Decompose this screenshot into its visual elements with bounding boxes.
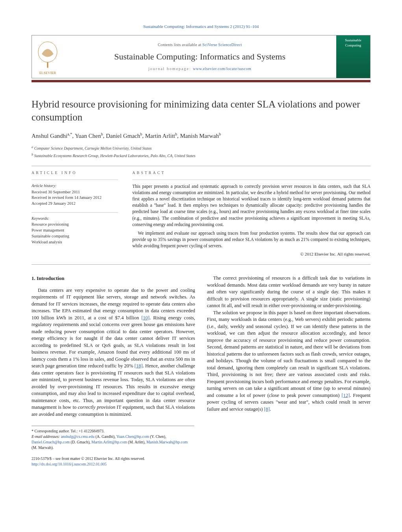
email-link[interactable]: Yuan.Chen@hp.com: [116, 434, 149, 439]
email-author: (Y. Chen),: [149, 434, 166, 439]
accent-bar: [31, 80, 371, 82]
journal-homepage: journal homepage: www.elsevier.com/locat…: [63, 66, 336, 72]
abstract-para-1: This paper presents a practical and syst…: [132, 183, 371, 228]
article-info-heading: ARTICLE INFO: [31, 170, 118, 176]
keyword: Resource provisioning: [31, 222, 118, 228]
keywords-label: Keywords:: [31, 216, 118, 222]
journal-name: Sustainable Computing: Informatics and S…: [63, 51, 336, 63]
article-body: 1. Introduction Data centers are very ex…: [31, 275, 371, 418]
history-line: Received in revised form 14 January 2012: [31, 195, 118, 201]
email-author: (M. Arlitt),: [127, 440, 146, 444]
author: Anshul Gandhia,*: [31, 133, 72, 139]
citation-link[interactable]: [18]: [134, 363, 143, 369]
article-title: Hybrid resource provisioning for minimiz…: [31, 98, 371, 124]
front-matter: 2210-5379/$ – see front matter © 2012 El…: [31, 456, 194, 467]
email-link[interactable]: Daniel.Gmach@hp.com: [31, 440, 70, 444]
email-author: (A. Gandhi),: [94, 434, 116, 439]
keyword: Workload analysis: [31, 239, 118, 245]
email-link[interactable]: anshulg@cs.cmu.edu: [61, 434, 94, 439]
footnotes: * Corresponding author. Tel.: +1 4122684…: [31, 426, 194, 450]
article-info: ARTICLE INFO Article history: Received 3…: [31, 170, 118, 257]
abstract: ABSTRACT This paper presents a practical…: [132, 170, 371, 257]
abstract-para-2: We implement and evaluate our approach u…: [132, 230, 371, 249]
abstract-copyright: © 2012 Elsevier Inc. All rights reserved…: [132, 251, 371, 257]
email-addresses: E-mail addresses: anshulg@cs.cmu.edu (A.…: [31, 434, 194, 450]
history-line: Received 30 September 2011: [31, 189, 118, 195]
authors-list: Anshul Gandhia,*, Yuan Chenb, Daniel Gma…: [31, 132, 371, 140]
history-label: Article history:: [31, 183, 118, 189]
affiliation: a Computer Science Department, Carnegie …: [31, 145, 371, 151]
affiliation: b Sustainable Ecosystems Research Group,…: [31, 152, 371, 159]
keyword: Sustainable computing: [31, 234, 118, 239]
email-author: (M. Marwah).: [31, 445, 54, 450]
author: Yuan Chenb: [75, 133, 103, 139]
email-author: (D. Gmach),: [70, 440, 91, 444]
author: Manish Marwahb: [180, 133, 221, 139]
body-para: The correct provisioning of resources is…: [207, 275, 371, 310]
citation-link[interactable]: [8]: [264, 406, 270, 412]
svg-text:ELSEVIER: ELSEVIER: [39, 71, 56, 75]
corresponding-author: * Corresponding author. Tel.: +1 4122684…: [31, 428, 194, 434]
body-para: The solution we propose in this paper is…: [207, 310, 371, 413]
abstract-heading: ABSTRACT: [132, 170, 371, 176]
divider: [31, 264, 371, 265]
contents-available: Contents lists available at SciVerse Sci…: [63, 42, 336, 48]
journal-cover-thumbnail: Sustainable Computing: [336, 35, 370, 78]
tree-icon: ELSEVIER: [34, 40, 61, 76]
author: Daniel Gmachb: [106, 133, 142, 139]
divider: [31, 166, 371, 166]
citation-link[interactable]: [12]: [342, 393, 350, 398]
journal-header: ELSEVIER Contents lists available at Sci…: [31, 35, 371, 78]
email-link[interactable]: Manish.Marwah@hp.com: [146, 440, 188, 444]
email-link[interactable]: Martin.Arlitt@hp.com: [91, 440, 127, 444]
author: Martin Arlittb: [145, 133, 177, 139]
keyword: Power management: [31, 228, 118, 234]
copyright-line: 2210-5379/$ – see front matter © 2012 El…: [31, 456, 194, 462]
sciencedirect-link[interactable]: SciVerse ScienceDirect: [202, 43, 242, 47]
homepage-link[interactable]: www.elsevier.com/locate/suscom: [193, 67, 251, 71]
section-heading-1: 1. Introduction: [31, 275, 195, 282]
history-line: Accepted 29 January 2012: [31, 201, 118, 207]
journal-reference: Sustainable Computing: Informatics and S…: [31, 24, 371, 30]
doi-link[interactable]: http://dx.doi.org/10.1016/j.suscom.2012.…: [31, 462, 107, 466]
body-para: Data centers are very expensive to opera…: [31, 287, 195, 418]
citation-link[interactable]: [10]: [141, 315, 150, 321]
elsevier-logo: ELSEVIER: [32, 35, 63, 78]
